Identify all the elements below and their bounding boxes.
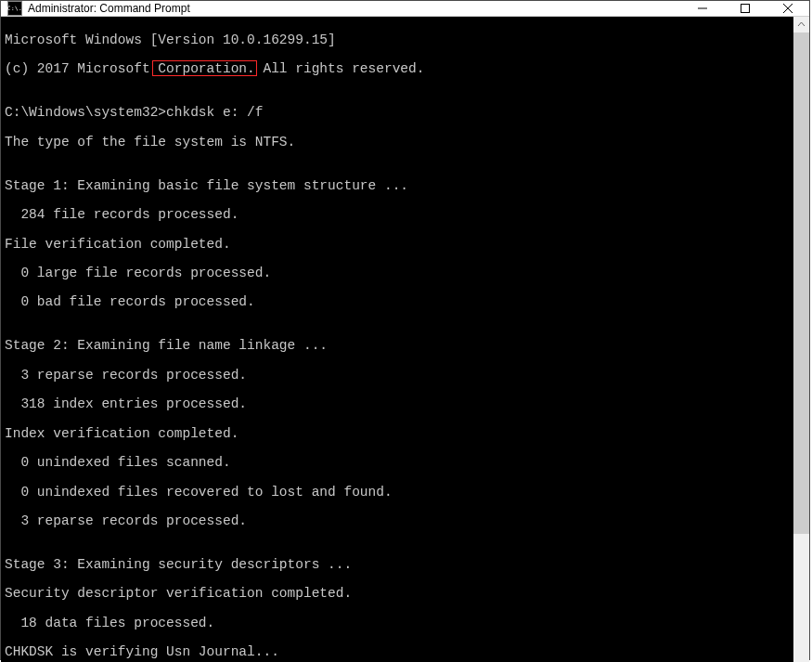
console-line: (c) 2017 Microsoft Corporation. All righ…	[5, 62, 793, 77]
scrollbar-thumb[interactable]	[793, 32, 809, 534]
cmd-app-icon: C:\.	[7, 1, 22, 16]
typed-command: chkdsk e: /f	[166, 105, 263, 120]
scrollbar-track[interactable]	[793, 32, 809, 662]
console-line: The type of the file system is NTFS.	[5, 136, 793, 150]
console-line: Microsoft Windows [Version 10.0.16299.15…	[5, 33, 793, 48]
window-controls	[681, 1, 809, 16]
console-line: 284 file records processed.	[5, 208, 793, 223]
command-prompt-window: C:\. Administrator: Command Prompt Micro…	[0, 0, 810, 660]
chevron-up-icon	[797, 20, 806, 29]
vertical-scrollbar[interactable]	[793, 17, 809, 662]
console-line: CHKDSK is verifying Usn Journal...	[5, 645, 793, 660]
maximize-icon	[741, 4, 750, 13]
console-line: 0 bad file records processed.	[5, 295, 793, 310]
console-line: Security descriptor verification complet…	[5, 587, 793, 602]
close-icon	[783, 4, 793, 13]
console-line: 3 reparse records processed.	[5, 369, 793, 383]
maximize-button[interactable]	[724, 1, 767, 16]
console-line: File verification completed.	[5, 238, 793, 253]
console-prompt-line: C:\Windows\system32>chkdsk e: /f	[5, 106, 793, 121]
prompt-path: C:\Windows\system32>	[5, 105, 166, 120]
client-area: Microsoft Windows [Version 10.0.16299.15…	[1, 17, 809, 662]
console-output[interactable]: Microsoft Windows [Version 10.0.16299.15…	[1, 17, 793, 662]
console-line: 0 unindexed files scanned.	[5, 456, 793, 471]
console-line: 3 reparse records processed.	[5, 514, 793, 529]
console-line: 18 data files processed.	[5, 617, 793, 631]
console-line: Stage 1: Examining basic file system str…	[5, 179, 793, 194]
minimize-button[interactable]	[681, 1, 724, 16]
scrollbar-up-button[interactable]	[793, 17, 809, 32]
console-line: 0 unindexed files recovered to lost and …	[5, 486, 793, 500]
minimize-icon	[698, 4, 707, 13]
console-line: Stage 2: Examining file name linkage ...	[5, 339, 793, 354]
console-line: 318 index entries processed.	[5, 397, 793, 412]
titlebar[interactable]: C:\. Administrator: Command Prompt	[1, 1, 809, 17]
console-line: Index verification completed.	[5, 427, 793, 442]
svg-rect-0	[741, 5, 750, 13]
console-line: 0 large file records processed.	[5, 266, 793, 281]
console-line: Stage 3: Examining security descriptors …	[5, 558, 793, 573]
window-title: Administrator: Command Prompt	[28, 2, 681, 15]
close-button[interactable]	[767, 1, 809, 16]
